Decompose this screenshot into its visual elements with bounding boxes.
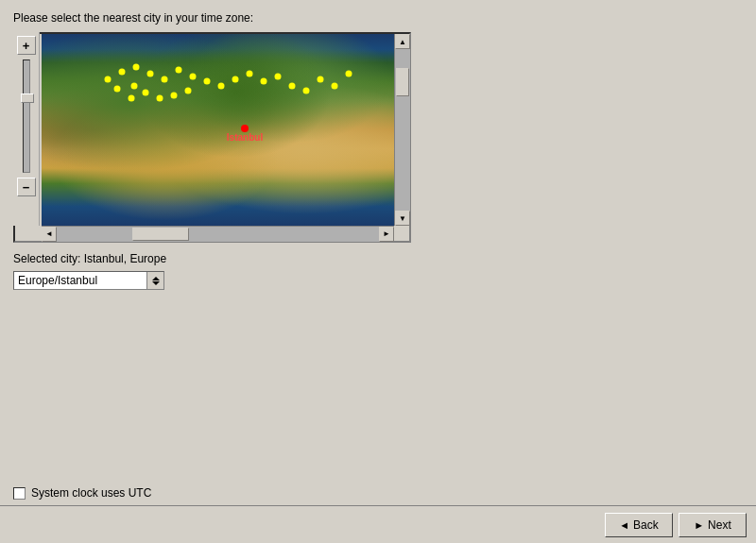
city-dot[interactable]	[114, 86, 121, 93]
map-outer-border: + − Istanbul ▲	[13, 32, 411, 243]
city-dot[interactable]	[303, 88, 310, 94]
zoom-slider-thumb[interactable]	[21, 93, 34, 103]
city-dot[interactable]	[105, 76, 112, 83]
city-dot[interactable]	[185, 88, 192, 94]
city-dot[interactable]	[119, 69, 126, 76]
city-dot[interactable]	[318, 76, 324, 83]
back-button[interactable]: ◄ Back	[605, 513, 673, 537]
city-dot[interactable]	[261, 78, 267, 85]
scroll-right-arrow[interactable]: ►	[379, 227, 394, 242]
next-button[interactable]: ► Next	[679, 513, 747, 537]
city-dot[interactable]	[190, 74, 197, 80]
city-dot[interactable]	[346, 71, 352, 77]
scroll-left-arrow[interactable]: ◄	[42, 227, 57, 242]
city-dot[interactable]	[275, 74, 282, 80]
city-dot[interactable]	[133, 64, 140, 71]
next-label: Next	[708, 518, 731, 532]
scroll-up-arrow[interactable]: ▲	[395, 34, 410, 49]
city-dot[interactable]	[247, 71, 253, 77]
scroll-corner-spacer	[15, 226, 42, 241]
city-dot[interactable]	[176, 67, 182, 74]
zoom-sidebar: + −	[13, 32, 40, 226]
city-dot[interactable]	[218, 83, 225, 90]
vscroll-track[interactable]	[395, 49, 410, 211]
city-dot[interactable]	[131, 83, 138, 90]
selected-city-dot[interactable]	[241, 125, 249, 132]
city-dot[interactable]	[171, 93, 178, 99]
back-icon: ◄	[619, 519, 629, 531]
city-dot[interactable]	[204, 78, 211, 85]
main-content: Please select the nearest city in your t…	[0, 0, 756, 301]
timezone-select[interactable]: Europe/IstanbulEurope/LondonEurope/Paris…	[13, 271, 164, 290]
vscroll-thumb[interactable]	[396, 68, 409, 96]
zoom-in-button[interactable]: +	[17, 36, 36, 55]
zoom-out-button[interactable]: −	[17, 178, 36, 196]
city-dot[interactable]	[157, 95, 163, 102]
map-viewport[interactable]: Istanbul	[42, 34, 394, 226]
selected-city-display: Selected city: Istanbul, Europe	[13, 252, 743, 265]
scroll-bottom-right-corner	[394, 226, 409, 241]
scroll-down-arrow[interactable]: ▼	[395, 211, 410, 226]
vertical-scrollbar[interactable]: ▲ ▼	[394, 34, 409, 226]
city-dot[interactable]	[129, 95, 135, 102]
city-dot[interactable]	[232, 76, 239, 83]
utc-checkbox-row: System clock uses UTC	[13, 486, 151, 500]
timezone-select-wrapper[interactable]: Europe/IstanbulEurope/LondonEurope/Paris…	[13, 271, 164, 290]
horizontal-scrollbar[interactable]: ◄ ►	[42, 226, 394, 241]
zoom-slider-track[interactable]	[23, 59, 30, 173]
selected-city-map-label: Istanbul	[227, 132, 263, 143]
instruction-label: Please select the nearest city in your t…	[13, 11, 743, 25]
city-dot[interactable]	[143, 90, 149, 96]
city-dot[interactable]	[332, 83, 338, 90]
city-dot[interactable]	[289, 83, 296, 90]
hscroll-thumb[interactable]	[132, 228, 189, 241]
map-background	[42, 34, 394, 226]
map-widget: + − Istanbul ▲	[13, 32, 411, 243]
back-label: Back	[633, 518, 659, 532]
utc-label[interactable]: System clock uses UTC	[31, 486, 151, 500]
hscroll-row: ◄ ►	[15, 226, 413, 241]
city-dot[interactable]	[147, 71, 154, 77]
city-dot[interactable]	[162, 76, 168, 83]
hscroll-track[interactable]	[57, 227, 379, 242]
next-icon: ►	[694, 519, 704, 531]
utc-checkbox[interactable]	[13, 487, 26, 500]
bottom-navigation-bar: ◄ Back ► Next	[0, 505, 756, 543]
